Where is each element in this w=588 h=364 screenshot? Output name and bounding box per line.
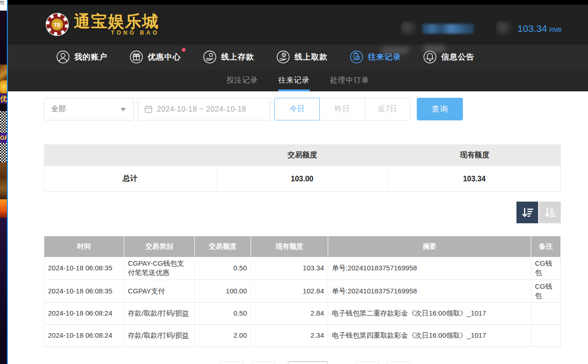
yesterday-button[interactable]: 昨日	[319, 98, 365, 120]
records-table: 时间 交易类别 交易额度 现有额度 摘要 备注 2024-10-18 06:08…	[44, 236, 561, 347]
site-subtitle: TONG BAO	[74, 30, 159, 36]
sort-controls	[44, 202, 561, 223]
sort-asc-icon	[543, 206, 557, 220]
app-header: TB 通宝娱乐城 TONG BAO 103.34 RMB	[8, 5, 588, 45]
calendar-icon	[144, 105, 153, 113]
tab-transaction-records[interactable]: 往来记录	[268, 69, 320, 91]
gift-icon	[129, 50, 144, 64]
nav-item-deposit[interactable]: 线上存款	[203, 50, 254, 64]
col-category: 交易类别	[124, 236, 195, 257]
nav-item-transaction-records[interactable]: 往来记录	[349, 50, 401, 64]
main-nav: 我的账户 优惠中心	[8, 45, 588, 69]
wallet-icon-redacted[interactable]	[496, 21, 512, 36]
summary-total-balance: 103.34	[388, 166, 560, 191]
deposit-hand-coin-icon	[203, 50, 217, 64]
notification-dot	[182, 48, 186, 52]
redaction-smudge	[382, 47, 408, 54]
col-current-balance: 现有额度	[251, 236, 328, 257]
nav-item-announcements[interactable]: 信息公告	[423, 50, 474, 64]
background-promo-image	[0, 65, 7, 80]
svg-text:TB: TB	[54, 22, 61, 28]
nav-item-withdraw[interactable]: $ 线上取款	[276, 50, 328, 64]
col-remark: 备注	[531, 236, 560, 257]
sort-descending-button[interactable]	[516, 202, 538, 223]
today-button[interactable]: 今日	[274, 98, 320, 120]
sort-ascending-button[interactable]	[539, 202, 561, 223]
username-redacted	[422, 24, 474, 34]
table-row: 2024-10-18 06:08:35 CGPAY-CG钱包支付笔笔送优惠 0.…	[44, 257, 560, 280]
table-row: 2024-10-18 06:08:24 存款/取款/打码/损益 0.50 2.8…	[44, 303, 560, 325]
record-tabs: 投注记录 往来记录 处理中订单	[8, 69, 588, 91]
main-window: TB 通宝娱乐城 TONG BAO 103.34 RMB	[8, 0, 588, 364]
nav-item-promotions[interactable]: 优惠中心	[129, 50, 181, 64]
tab-bet-records[interactable]: 投注记录	[216, 69, 268, 91]
pagination-next-button[interactable]	[355, 361, 379, 364]
quick-date-buttons: 今日 昨日 近7日	[274, 98, 410, 120]
top-black-bar	[8, 0, 588, 5]
summary-total-label: 总计	[44, 166, 216, 191]
user-avatar-redacted[interactable]	[401, 21, 417, 36]
site-logo[interactable]: TB 通宝娱乐城 TONG BAO	[45, 12, 159, 36]
type-select[interactable]: 全部	[44, 98, 134, 120]
tab-pending-orders[interactable]: 处理中订单	[320, 69, 379, 91]
date-range-input[interactable]: 2024-10-18 ~ 2024-10-18	[138, 98, 270, 120]
account-balance: 103.34 RMB	[517, 23, 562, 34]
summary-header-row: 交易额度 现有额度	[44, 144, 561, 166]
pagination-page-select[interactable]	[288, 361, 328, 364]
last7days-button[interactable]: 近7日	[365, 98, 410, 120]
redaction-smudge	[424, 45, 445, 53]
col-trade-amount: 交易额度	[195, 236, 251, 257]
summary-header-current-balance: 现有额度	[389, 144, 561, 166]
chevron-down-icon	[120, 108, 126, 111]
col-time: 时间	[44, 236, 124, 257]
balance-currency: RMB	[549, 27, 562, 33]
pagination-first-button[interactable]	[219, 361, 243, 364]
filter-bar: 全部 2024-10-18 ~ 2024-10-18 今日 昨日 近7日 查询	[44, 98, 561, 120]
background-text-fragment: GR	[0, 133, 7, 143]
table-row: 2024-10-18 06:08:35 CGPAY支付 100.00 102.8…	[44, 280, 560, 303]
summary-header-trade-amount: 交易额度	[216, 144, 388, 166]
casino-chip-icon: TB	[45, 12, 69, 36]
col-summary: 摘要	[328, 236, 531, 257]
table-row: 2024-10-18 06:08:24 存款/取款/打码/损益 2.00 2.3…	[44, 325, 560, 347]
summary-total-row: 总计 103.00 103.34	[44, 166, 561, 192]
account-area: 103.34 RMB	[401, 21, 562, 36]
pagination-prev-button[interactable]	[251, 361, 275, 364]
content-area: 全部 2024-10-18 ~ 2024-10-18 今日 昨日 近7日 查询	[8, 91, 588, 364]
search-button[interactable]: 查询	[417, 98, 463, 120]
nav-item-my-account[interactable]: 我的账户	[56, 50, 108, 64]
summary-table: 交易额度 现有额度 总计 103.00 103.34	[44, 144, 561, 192]
background-text-fragment: 优	[0, 94, 7, 104]
summary-total-trade: 103.00	[216, 166, 389, 191]
pagination-last-button[interactable]	[386, 361, 410, 364]
qr-code-fragment	[0, 122, 7, 133]
svg-text:$: $	[283, 53, 285, 57]
balance-amount: 103.34	[517, 23, 547, 34]
summary-header-empty	[44, 144, 216, 166]
records-table-header: 时间 交易类别 交易额度 现有额度 摘要 备注	[44, 236, 560, 257]
qr-code-fragment	[0, 143, 7, 162]
pagination	[56, 361, 573, 364]
screen: 性 优 GR TB 通宝娱乐城	[0, 0, 588, 364]
user-icon	[56, 50, 70, 64]
site-title: 通宝娱乐城	[74, 13, 159, 30]
records-clipboard-clock-icon	[349, 50, 364, 64]
qr-code-fragment	[0, 111, 7, 122]
withdraw-hand-dollar-icon: $	[276, 50, 290, 64]
sort-desc-icon	[521, 206, 534, 220]
background-clipped-text: 性	[0, 0, 7, 11]
